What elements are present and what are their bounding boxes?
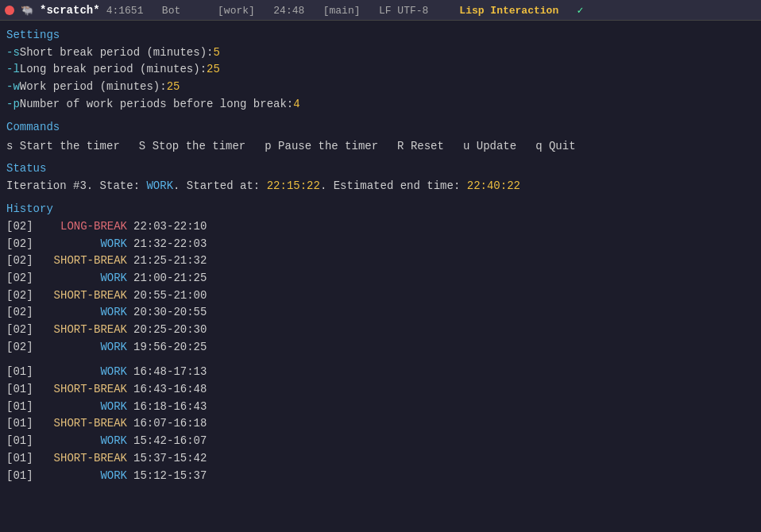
history-entry: [01]WORK 15:12-15:37	[6, 468, 755, 485]
history-entry: [02]WORK 20:30-20:55	[6, 304, 755, 322]
history-section: History [02]LONG-BREAK 22:03-22:10[02]WO…	[6, 201, 755, 484]
command-item[interactable]: R Reset	[397, 138, 463, 156]
setting-label: Long break period (minutes):	[20, 61, 207, 79]
history-entry: [01]WORK 16:18-16:43	[6, 399, 755, 416]
hist-index: [02]	[6, 339, 38, 357]
settings-lines: -s Short break period (minutes): 5-l Lon…	[6, 44, 755, 114]
history-rows: [02]LONG-BREAK 22:03-22:10[02]WORK 21:32…	[6, 218, 755, 484]
hist-index: [01]	[6, 415, 38, 433]
hist-time: 20:55-21:00	[133, 287, 207, 305]
hist-type: WORK	[38, 364, 133, 381]
hist-time: 20:25-20:30	[133, 322, 207, 339]
hist-time: 22:03-22:10	[133, 218, 207, 236]
setting-item: -l Long break period (minutes): 25	[6, 61, 755, 79]
setting-flag: -w	[6, 79, 20, 96]
cursor-pos: 4:1651	[106, 5, 144, 17]
hist-type: SHORT-BREAK	[38, 415, 133, 433]
history-entry: [02]SHORT-BREAK 21:25-21:32	[6, 253, 755, 270]
hist-time: 16:43-16:48	[133, 381, 207, 399]
hist-index: [01]	[6, 450, 38, 468]
branch: [main]	[323, 5, 361, 17]
hist-index: [01]	[6, 364, 38, 381]
hist-type: WORK	[38, 270, 133, 287]
hist-index: [01]	[6, 399, 38, 416]
hist-index: [01]	[6, 468, 38, 485]
hist-index: [02]	[6, 304, 38, 322]
clock: 24:48	[273, 5, 304, 17]
setting-flag: -s	[6, 44, 20, 62]
setting-value: 4	[293, 96, 299, 114]
status-state: WORK	[146, 179, 173, 192]
hist-time: 16:18-16:43	[133, 399, 207, 416]
hist-time: 19:56-20:25	[133, 339, 207, 357]
hist-time: 21:32-22:03	[133, 236, 207, 253]
cmd-label: Start the timer	[13, 140, 119, 152]
hist-time: 15:12-15:37	[133, 468, 207, 485]
window-dot	[5, 6, 14, 15]
setting-flag: -l	[6, 61, 20, 79]
cmd-key: p	[265, 140, 271, 152]
hist-time: 16:48-17:13	[133, 364, 207, 381]
status-end-label: . Estimated end time:	[320, 179, 467, 192]
title-bar: 🐃 *scratch* 4:1651 Bot [work] 24:48 [mai…	[0, 0, 761, 21]
history-entry: [02]WORK 21:00-21:25	[6, 270, 755, 287]
cmd-label: Update	[469, 140, 516, 152]
hist-time: 21:25-21:32	[133, 253, 207, 270]
status-start-time: 22:15:22	[267, 179, 320, 192]
status-end-time: 22:40:22	[467, 179, 520, 192]
hist-index: [02]	[6, 322, 38, 339]
hist-index: [02]	[6, 287, 38, 305]
hist-type: WORK	[38, 433, 133, 450]
status-header: Status	[6, 160, 755, 178]
setting-flag: -p	[6, 96, 20, 114]
history-entry: [01]SHORT-BREAK 16:07-16:18	[6, 415, 755, 433]
setting-value: 25	[207, 61, 220, 79]
cmd-label: Stop the timer	[145, 140, 245, 152]
hist-index: [02]	[6, 218, 38, 236]
cmd-label: Quit	[543, 140, 576, 152]
hist-time: 15:42-16:07	[133, 433, 207, 450]
commands-header: Commands	[6, 119, 755, 137]
history-entry: [02]WORK 19:56-20:25	[6, 339, 755, 357]
setting-label: Short break period (minutes):	[20, 44, 214, 62]
history-header: History	[6, 201, 755, 218]
command-item[interactable]: S Stop the timer	[139, 138, 265, 156]
command-item[interactable]: p Pause the timer	[265, 138, 397, 156]
history-entry: [02]WORK 21:32-22:03	[6, 236, 755, 253]
history-entry: [01]SHORT-BREAK 15:37-15:42	[6, 450, 755, 468]
hist-index: [02]	[6, 270, 38, 287]
emacs-window: 🐃 *scratch* 4:1651 Bot [work] 24:48 [mai…	[0, 0, 761, 532]
cmd-label: Reset	[404, 140, 444, 152]
hist-type: SHORT-BREAK	[38, 287, 133, 305]
hist-time: 16:07-16:18	[133, 415, 207, 433]
buffer-content: Settings -s Short break period (minutes)…	[0, 21, 761, 532]
encoding: LF UTF-8	[379, 5, 428, 17]
history-entry: [02]SHORT-BREAK 20:25-20:30	[6, 322, 755, 339]
hist-type: WORK	[38, 339, 133, 357]
command-item[interactable]: u Update	[463, 138, 535, 156]
hist-time: 20:30-20:55	[133, 304, 207, 322]
hist-type: SHORT-BREAK	[38, 322, 133, 339]
hist-type: SHORT-BREAK	[38, 450, 133, 468]
cmd-key: S	[139, 140, 145, 152]
buffer-name: *scratch*	[40, 4, 100, 17]
command-item[interactable]: q Quit	[535, 138, 594, 156]
hist-index: [01]	[6, 381, 38, 399]
command-item[interactable]: s Start the timer	[6, 138, 139, 156]
setting-item: -w Work period (minutes): 25	[6, 79, 755, 96]
hist-type: LONG-BREAK	[38, 218, 133, 236]
status-line: Iteration #3. State: WORK. Started at: 2…	[6, 178, 755, 195]
status-text: Iteration #3. State:	[6, 179, 146, 192]
major-mode: Lisp Interaction	[459, 5, 558, 17]
history-entry: [02]SHORT-BREAK 20:55-21:00	[6, 287, 755, 305]
history-entry: [01]WORK 16:48-17:13	[6, 364, 755, 381]
setting-value: 5	[213, 44, 219, 62]
setting-item: -s Short break period (minutes): 5	[6, 44, 755, 62]
hist-type: SHORT-BREAK	[38, 253, 133, 270]
cmd-key: q	[535, 140, 542, 152]
commands-line: s Start the timer S Stop the timer p Pau…	[6, 138, 755, 156]
emacs-icon: 🐃	[21, 4, 33, 17]
hist-time: 15:37-15:42	[133, 450, 207, 468]
hist-type: WORK	[38, 468, 133, 485]
title-meta: 4:1651 Bot [work] 24:48 [main] LF UTF-8 …	[106, 4, 756, 17]
